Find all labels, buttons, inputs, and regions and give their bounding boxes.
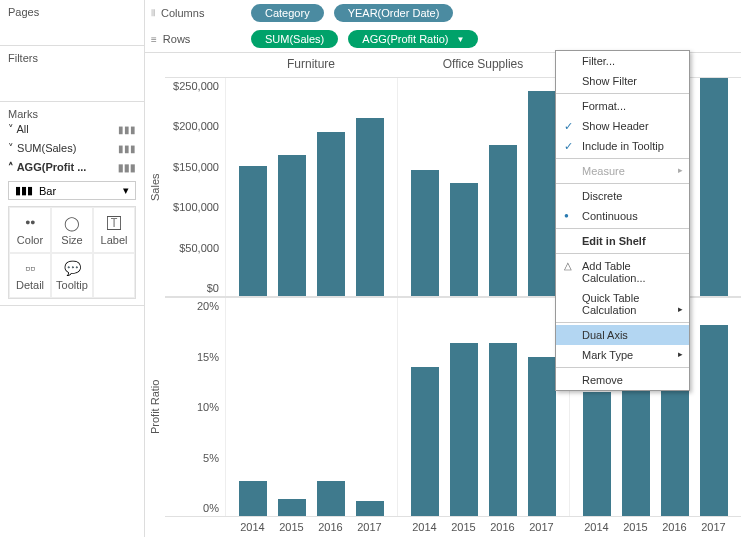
ytick: $200,000 (173, 120, 219, 132)
color-label: Color (17, 234, 43, 246)
marks-all-label: All (16, 123, 28, 135)
year-tick: 2014 (412, 521, 436, 537)
mark-type-label: Bar (39, 185, 56, 197)
year-tick: 2016 (662, 521, 686, 537)
bar[interactable] (317, 132, 345, 296)
ytick: $100,000 (173, 201, 219, 213)
xaxis-row: 2014201520162017201420152016201720142015… (165, 517, 741, 537)
menu-separator (556, 253, 689, 254)
bar[interactable] (239, 166, 267, 296)
marks-aggprofit-row[interactable]: ˄ AGG(Profit ... ▮▮▮ (8, 158, 136, 177)
marks-sumsales-row[interactable]: ˅ SUM(Sales) ▮▮▮ (8, 139, 136, 158)
year-tick: 2015 (279, 521, 303, 537)
tooltip-icon: 💬 (64, 260, 81, 276)
menu-discrete[interactable]: Discrete (556, 186, 689, 206)
label-label: Label (101, 234, 128, 246)
mark-type-dropdown[interactable]: ▮▮▮Bar ▾ (8, 181, 136, 200)
cat-header: Furniture (225, 53, 397, 77)
color-button[interactable]: ⦁⦁Color (9, 207, 51, 253)
size-label: Size (61, 234, 82, 246)
menu-mark-type[interactable]: Mark Type (556, 345, 689, 365)
menu-quick-calc[interactable]: Quick Table Calculation (556, 288, 689, 320)
bar[interactable] (528, 91, 556, 296)
pill-category[interactable]: Category (251, 4, 324, 22)
ytick: $50,000 (179, 242, 219, 254)
chevron-down-icon: ▼ (456, 35, 464, 44)
bar[interactable] (239, 481, 267, 516)
chevron-down-icon: ▾ (123, 184, 129, 197)
menu-continuous[interactable]: Continuous (556, 206, 689, 226)
pill-year[interactable]: YEAR(Order Date) (334, 4, 454, 22)
pill-agg-profit[interactable]: AGG(Profit Ratio)▼ (348, 30, 478, 48)
filters-title: Filters (8, 52, 136, 64)
menu-format[interactable]: Format... (556, 96, 689, 116)
label-button[interactable]: 🅃Label (93, 207, 135, 253)
pages-card: Pages (0, 0, 144, 46)
main-area: ⦀Columns Category YEAR(Order Date) ≡Rows… (145, 0, 741, 537)
chart-panel (397, 78, 569, 296)
bar-icon: ▮▮▮ (118, 162, 136, 173)
menu-separator (556, 228, 689, 229)
bar[interactable] (528, 357, 556, 516)
menu-edit-shelf[interactable]: Edit in Shelf (556, 231, 689, 251)
bar[interactable] (700, 78, 728, 296)
bar[interactable] (489, 145, 517, 296)
bar[interactable] (278, 155, 306, 296)
menu-separator (556, 367, 689, 368)
xaxis-panel: 2014201520162017 (225, 517, 397, 537)
marks-all-row[interactable]: ˅ All ▮▮▮ (8, 120, 136, 139)
ytick: $150,000 (173, 161, 219, 173)
marks-sumsales-label: SUM(Sales) (17, 142, 76, 154)
menu-show-header[interactable]: Show Header (556, 116, 689, 136)
marks-aggprofit-label: AGG(Profit ... (17, 161, 87, 173)
profit-axis-label: Profit Ratio (145, 297, 165, 517)
ytick: 15% (197, 351, 219, 363)
bar[interactable] (411, 367, 439, 516)
menu-add-calc[interactable]: Add Table Calculation... (556, 256, 689, 288)
ytick: 20% (197, 300, 219, 312)
bar[interactable] (356, 118, 384, 296)
rows-label: Rows (163, 33, 191, 45)
axis-labels: Sales Profit Ratio (145, 53, 165, 537)
tooltip-label: Tooltip (56, 279, 88, 291)
bar[interactable] (317, 481, 345, 516)
bar[interactable] (411, 170, 439, 296)
xaxis-panels: 2014201520162017201420152016201720142015… (225, 517, 741, 537)
color-icon: ⦁⦁ (25, 214, 35, 231)
columns-shelf[interactable]: ⦀Columns Category YEAR(Order Date) (145, 0, 741, 26)
empty-cell (93, 253, 135, 298)
chart-panel (225, 78, 397, 296)
menu-include-tooltip[interactable]: Include in Tooltip (556, 136, 689, 156)
bar-icon: ▮▮▮ (118, 143, 136, 154)
bar[interactable] (583, 392, 611, 516)
profit-yaxis: 20% 15% 10% 5% 0% (165, 298, 225, 516)
pill-sum-sales[interactable]: SUM(Sales) (251, 30, 338, 48)
ytick: $0 (207, 282, 219, 294)
year-tick: 2017 (529, 521, 553, 537)
cat-header: Office Supplies (397, 53, 569, 77)
detail-button[interactable]: ▫▫Detail (9, 253, 51, 298)
ytick: 0% (203, 502, 219, 514)
rows-shelf[interactable]: ≡Rows SUM(Sales) AGG(Profit Ratio)▼ (145, 26, 741, 52)
bar[interactable] (450, 343, 478, 516)
context-menu: Filter... Show Filter Format... Show Hea… (555, 50, 690, 391)
year-tick: 2017 (357, 521, 381, 537)
size-button[interactable]: ◯Size (51, 207, 93, 253)
year-tick: 2016 (318, 521, 342, 537)
menu-show-filter[interactable]: Show Filter (556, 71, 689, 91)
ytick: 5% (203, 452, 219, 464)
bar[interactable] (700, 325, 728, 516)
menu-dual-axis[interactable]: Dual Axis (556, 325, 689, 345)
menu-remove[interactable]: Remove (556, 370, 689, 390)
marks-card: Marks ˅ All ▮▮▮ ˅ SUM(Sales) ▮▮▮ ˄ AGG(P… (0, 102, 144, 306)
bar[interactable] (356, 501, 384, 516)
bar[interactable] (450, 183, 478, 296)
bar[interactable] (278, 499, 306, 516)
menu-separator (556, 158, 689, 159)
tooltip-button[interactable]: 💬Tooltip (51, 253, 93, 298)
size-icon: ◯ (64, 215, 80, 231)
bar[interactable] (489, 343, 517, 516)
year-tick: 2015 (451, 521, 475, 537)
year-tick: 2014 (584, 521, 608, 537)
menu-filter[interactable]: Filter... (556, 51, 689, 71)
